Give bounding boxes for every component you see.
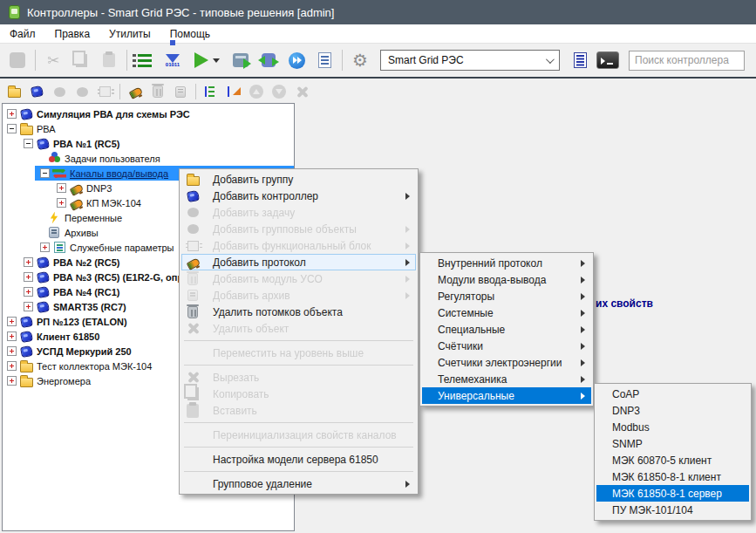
submenu-arrow-icon bbox=[581, 326, 585, 333]
menu-item-telemechanics[interactable]: Телемеханика bbox=[422, 371, 591, 387]
menu-item-io-modules[interactable]: Модули ввода-вывода bbox=[422, 271, 591, 288]
menu-item-iec61850-client[interactable]: МЭК 61850-8-1 клиент bbox=[596, 468, 749, 485]
menu-item-internal-protocol[interactable]: Внутренний протокол bbox=[422, 255, 591, 271]
expander-plus-icon[interactable] bbox=[24, 302, 33, 311]
run-button[interactable] bbox=[187, 47, 227, 73]
expander-minus-icon[interactable] bbox=[24, 139, 33, 148]
menu-help[interactable]: Помощь bbox=[160, 25, 220, 43]
menu-item-universal[interactable]: Универсальные bbox=[422, 387, 591, 404]
upload-device-button[interactable] bbox=[227, 47, 255, 73]
toolbar-separator bbox=[195, 84, 196, 99]
folder-icon bbox=[20, 363, 33, 372]
expander-plus-icon[interactable] bbox=[57, 198, 66, 208]
window-title: Контроллеры - Smart Grid РЭС - типовые р… bbox=[27, 6, 334, 19]
menu-item-coap[interactable]: CoAP bbox=[596, 386, 749, 402]
menu-item-add-controller[interactable]: Добавить контроллер bbox=[181, 188, 416, 204]
menu-item-special[interactable]: Специальные bbox=[422, 321, 591, 338]
menu-item-add-group[interactable]: Добавить группу bbox=[181, 171, 416, 188]
menu-item-system[interactable]: Системные bbox=[422, 304, 591, 321]
collapse-tree-button[interactable] bbox=[222, 82, 245, 101]
expander-plus-icon[interactable] bbox=[7, 317, 17, 326]
add-group-objects-button bbox=[71, 82, 93, 101]
menu-item-electricity-meters[interactable]: Счетчики электроэнергии bbox=[422, 354, 591, 371]
expander-plus-icon[interactable] bbox=[57, 183, 66, 193]
folder-icon bbox=[187, 176, 200, 186]
submenu-arrow-icon bbox=[581, 310, 585, 317]
archive-icon bbox=[187, 290, 198, 301]
journal-button[interactable] bbox=[566, 47, 594, 73]
trash-icon bbox=[187, 306, 198, 318]
menu-separator bbox=[184, 365, 413, 366]
submenu-arrow-icon bbox=[405, 276, 410, 283]
menu-item-meters[interactable]: Счётчики bbox=[422, 338, 591, 354]
add-controller-button[interactable] bbox=[25, 82, 48, 101]
menu-separator bbox=[184, 340, 413, 341]
tree-row[interactable]: РВА №1 (RC5) bbox=[3, 136, 294, 151]
menu-item-regulators[interactable]: Регуляторы bbox=[422, 288, 591, 304]
menu-item-pu-iec101-104[interactable]: ПУ МЭК-101/104 bbox=[596, 502, 749, 518]
expander-minus-icon[interactable] bbox=[7, 124, 17, 133]
menu-item-modbus[interactable]: Modbus bbox=[596, 419, 749, 435]
stop-button bbox=[3, 47, 31, 73]
plug-icon bbox=[70, 197, 83, 209]
menu-item-delete-children[interactable]: Удалить потомков объекта bbox=[181, 304, 416, 320]
toolbar-separator bbox=[35, 50, 36, 71]
submenu-arrow-icon bbox=[405, 193, 410, 200]
expand-tree-button[interactable] bbox=[200, 82, 222, 101]
report-button[interactable] bbox=[310, 47, 338, 73]
fast-forward-icon bbox=[289, 52, 305, 69]
expander-minus-icon[interactable] bbox=[40, 168, 50, 178]
arrow-down-icon bbox=[272, 85, 286, 99]
menubar: Файл Правка Утилиты Помощь bbox=[0, 24, 756, 44]
settings-button[interactable]: ⚙ bbox=[346, 47, 374, 73]
paste-button bbox=[95, 47, 123, 73]
db-sync-button[interactable] bbox=[255, 47, 283, 73]
tree-row[interactable]: РВА bbox=[3, 121, 294, 136]
expander-plus-icon[interactable] bbox=[40, 243, 50, 252]
menu-item-snmp[interactable]: SNMP bbox=[596, 435, 749, 452]
menu-edit[interactable]: Правка bbox=[45, 25, 100, 43]
controller-icon bbox=[37, 285, 50, 297]
numbered-list-icon bbox=[138, 54, 152, 67]
service-params-icon bbox=[54, 242, 65, 253]
controller-search-input[interactable] bbox=[629, 51, 745, 71]
menu-item-61850-model-settings[interactable]: Настройка модели сервера 61850 bbox=[181, 451, 416, 468]
group-objects-icon bbox=[187, 224, 199, 234]
expander-plus-icon[interactable] bbox=[24, 272, 33, 282]
play-icon bbox=[194, 52, 208, 68]
tree-row[interactable]: Задачи пользователя bbox=[3, 151, 294, 166]
menu-utilities[interactable]: Утилиты bbox=[99, 25, 160, 43]
expander-plus-icon[interactable] bbox=[7, 376, 17, 386]
folder-icon bbox=[20, 126, 33, 135]
user-tasks-icon bbox=[49, 153, 60, 164]
fast-restart-button[interactable] bbox=[283, 47, 310, 73]
terminal-button[interactable] bbox=[594, 47, 622, 73]
add-protocol-button[interactable] bbox=[124, 82, 146, 101]
add-group-button[interactable] bbox=[3, 82, 25, 101]
expander-plus-icon[interactable] bbox=[7, 346, 17, 356]
expander-plus-icon[interactable] bbox=[7, 109, 17, 119]
menu-item-group-delete[interactable]: Групповое удаление bbox=[181, 475, 416, 492]
tree-toolbar bbox=[0, 80, 756, 103]
scissors-icon: ✂ bbox=[47, 53, 59, 68]
menu-item-add-protocol[interactable]: Добавить протокол bbox=[181, 254, 416, 270]
download-code-button[interactable]: 01011 bbox=[159, 47, 187, 73]
menu-file[interactable]: Файл bbox=[0, 25, 45, 43]
tree-row[interactable]: Симуляция РВА для схемы РЭС bbox=[3, 106, 294, 121]
expander-plus-icon[interactable] bbox=[7, 331, 17, 341]
expander-plus-icon[interactable] bbox=[24, 257, 33, 267]
expander-plus-icon[interactable] bbox=[24, 287, 33, 297]
submenu-arrow-icon bbox=[405, 481, 410, 488]
controller-icon bbox=[37, 270, 50, 283]
chevron-down-icon bbox=[546, 55, 555, 64]
journal-icon bbox=[574, 52, 587, 68]
cut-button: ✂ bbox=[39, 47, 67, 73]
configuration-select[interactable]: Smart Grid РЭС bbox=[380, 50, 560, 71]
menu-item-iec60870-client[interactable]: МЭК 60870-5 клиент bbox=[596, 452, 749, 468]
numbering-button[interactable] bbox=[131, 47, 159, 73]
submenu-arrow-icon bbox=[581, 277, 585, 284]
menu-item-iec61850-server[interactable]: МЭК 61850-8-1 сервер bbox=[596, 485, 749, 502]
menu-item-add-uso-module: Добавить модуль УСО bbox=[181, 270, 416, 287]
expander-plus-icon[interactable] bbox=[7, 361, 17, 371]
menu-item-dnp3[interactable]: DNP3 bbox=[596, 402, 749, 419]
